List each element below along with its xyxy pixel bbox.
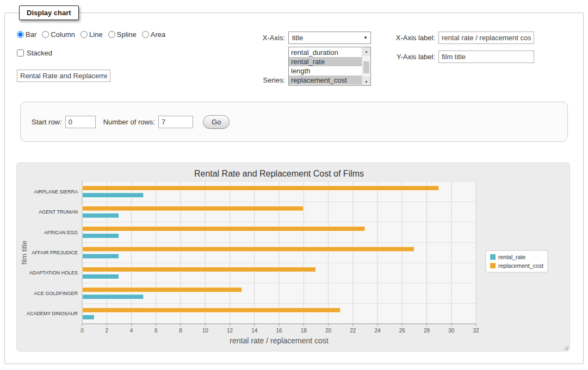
category-label: ACE GOLDFINGER: [34, 291, 78, 296]
bar-replacement_cost[interactable]: [82, 267, 316, 272]
chart-type-radio-bar[interactable]: [17, 31, 24, 38]
bar-replacement_cost[interactable]: [82, 247, 414, 252]
series-option-replacement_cost[interactable]: replacement_cost: [289, 76, 362, 85]
legend-swatch: [490, 263, 496, 268]
bar-rental_rate[interactable]: [82, 193, 144, 198]
chart-type-radio-spline[interactable]: [108, 31, 115, 38]
series-field: Series: rental_durationrental_ratelength…: [251, 47, 371, 86]
bar-replacement_cost[interactable]: [82, 287, 242, 292]
x-tick-label: 12: [227, 328, 233, 334]
series-label: Series:: [251, 76, 285, 86]
bar-rental_rate[interactable]: [82, 234, 119, 239]
x-tick-label: 32: [473, 328, 479, 334]
y-axis-label-field-label: Y-Axis label:: [387, 53, 435, 61]
legend-label: rental_rate: [498, 254, 525, 260]
x-tick-label: 30: [448, 328, 455, 334]
bar-rental_rate[interactable]: [82, 254, 119, 259]
x-tick-label: 20: [325, 328, 332, 334]
chart-title: Rental Rate and Replacement Cost of Film…: [194, 169, 364, 178]
stacked-option[interactable]: Stacked: [17, 49, 52, 57]
x-tick-label: 8: [179, 328, 182, 334]
x-axis-selected-value: title: [292, 34, 303, 42]
chart-type-option-line[interactable]: Line: [81, 30, 103, 39]
stacked-label: Stacked: [27, 49, 52, 57]
bar-chart: 02468101214161820222426283032AIRPLANE SI…: [19, 167, 570, 348]
x-tick-label: 4: [130, 328, 133, 334]
bar-replacement_cost[interactable]: [82, 206, 304, 211]
chevron-down-icon: ▼: [363, 35, 368, 40]
x-tick-label: 6: [154, 328, 158, 334]
y-axis-title: film title: [20, 241, 28, 265]
chart-type-label: Spline: [117, 30, 137, 39]
bar-replacement_cost[interactable]: [82, 227, 365, 231]
bar-rental_rate[interactable]: [82, 274, 119, 279]
series-scrollbar[interactable]: ▲ ▼: [362, 47, 370, 85]
legend-label: replacement_cost: [498, 262, 543, 269]
chart-type-option-column[interactable]: Column: [42, 30, 75, 39]
bar-rental_rate[interactable]: [82, 213, 119, 218]
chart-panel: 02468101214161820222426283032AIRPLANE SI…: [16, 162, 570, 352]
x-axis-label-input[interactable]: [438, 32, 534, 44]
scroll-down-icon[interactable]: ▼: [362, 77, 370, 85]
chart-type-radio-group: BarColumnLineSplineArea: [17, 30, 165, 39]
chart-type-option-bar[interactable]: Bar: [17, 30, 36, 39]
series-option-rental_duration[interactable]: rental_duration: [289, 48, 362, 57]
panel-title: Display chart: [19, 5, 79, 20]
x-axis-label-field-label: X-Axis label:: [387, 34, 435, 42]
y-axis-label-input[interactable]: [438, 51, 534, 63]
start-row-label: Start row:: [32, 118, 62, 126]
chart-type-label: Bar: [26, 30, 36, 39]
chart-type-radio-area[interactable]: [142, 31, 149, 38]
x-tick-label: 28: [424, 328, 430, 334]
series-option-list: rental_durationrental_ratelengthreplacem…: [289, 48, 362, 85]
x-tick-label: 2: [105, 328, 108, 334]
category-label: AFRICAN EGG: [44, 230, 78, 235]
y-axis-label-field: Y-Axis label:: [387, 51, 534, 63]
bar-replacement_cost[interactable]: [82, 308, 341, 312]
series-multiselect[interactable]: rental_durationrental_ratelengthreplacem…: [288, 47, 371, 86]
chart-controls: BarColumnLineSplineArea Stacked X-Axis: …: [11, 22, 577, 94]
legend-item-replacement_cost[interactable]: replacement_cost: [490, 262, 543, 269]
stacked-checkbox[interactable]: [17, 49, 24, 57]
x-axis-title: rental rate / replacement cost: [230, 336, 328, 345]
x-axis-label-field: X-Axis label:: [387, 32, 534, 44]
x-tick-label: 26: [399, 328, 406, 334]
chart-type-option-area[interactable]: Area: [142, 30, 165, 39]
category-label: ACADEMY DINOSAUR: [27, 311, 78, 316]
x-axis-field: X-Axis: title ▼: [251, 32, 371, 44]
x-tick-label: 10: [202, 328, 209, 334]
chart-type-label: Column: [51, 30, 75, 39]
chart-type-radio-line[interactable]: [81, 31, 88, 38]
category-label: ADAPTATION HOLES: [29, 270, 78, 275]
bar-rental_rate[interactable]: [82, 315, 94, 319]
x-tick-label: 24: [374, 328, 381, 334]
row-range-controls: Start row: Number of rows: Go: [20, 102, 568, 142]
x-axis-select[interactable]: title ▼: [288, 32, 371, 44]
legend-item-rental_rate[interactable]: rental_rate: [490, 254, 525, 260]
bar-rental_rate[interactable]: [82, 294, 144, 299]
bar-replacement_cost[interactable]: [82, 186, 439, 191]
scroll-up-icon[interactable]: ▲: [362, 47, 370, 55]
x-tick-label: 16: [276, 328, 282, 334]
chart-type-label: Area: [151, 30, 165, 39]
start-row-input[interactable]: [65, 116, 96, 128]
legend-swatch: [490, 254, 496, 260]
x-tick-label: 18: [301, 328, 307, 334]
go-button[interactable]: Go: [203, 115, 230, 129]
chart-type-radio-column[interactable]: [42, 31, 49, 38]
x-tick-label: 0: [81, 328, 84, 334]
number-of-rows-input[interactable]: [158, 116, 193, 128]
number-of-rows-label: Number of rows:: [103, 118, 155, 126]
chart-type-option-spline[interactable]: Spline: [108, 30, 137, 39]
chart-type-label: Line: [89, 30, 103, 39]
scrollbar-thumb[interactable]: [363, 61, 369, 73]
category-label: AIRPLANE SIERRA: [34, 189, 78, 195]
series-option-length[interactable]: length: [289, 66, 362, 76]
display-chart-panel: Display chart BarColumnLineSplineArea St…: [4, 5, 584, 364]
x-tick-label: 14: [251, 328, 258, 334]
x-tick-label: 22: [350, 328, 356, 334]
category-label: AGENT TRUMAN: [39, 209, 78, 215]
chart-title-input[interactable]: [17, 70, 110, 82]
category-label: AFFAIR PREJUDICE: [32, 250, 78, 255]
series-option-rental_rate[interactable]: rental_rate: [289, 57, 362, 66]
